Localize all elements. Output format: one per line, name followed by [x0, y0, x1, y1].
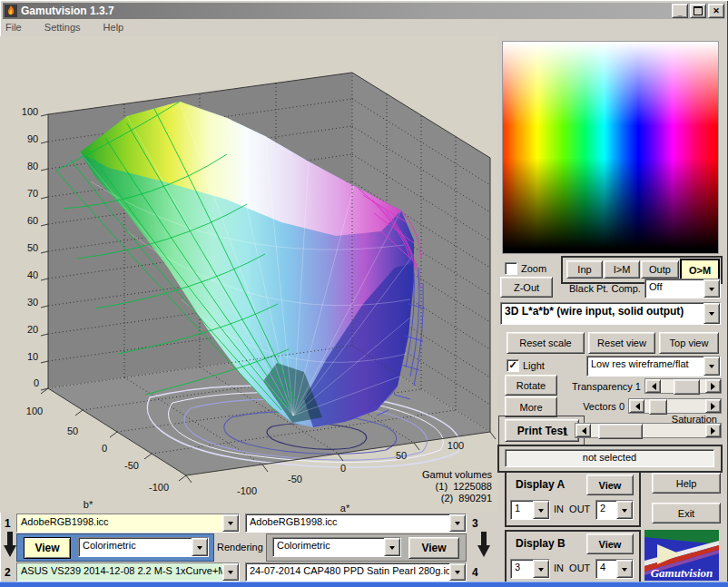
display-a-out-select[interactable]: 2 [595, 500, 634, 520]
black-pt-comp-select[interactable]: Off [644, 279, 721, 298]
vectors-slider[interactable] [628, 398, 722, 414]
slot2-number: 2 [5, 566, 11, 579]
slot4-number: 4 [472, 566, 478, 579]
flow-down-arrow-right-icon [477, 532, 490, 560]
profile-1-select[interactable]: AdobeRGB1998.icc [16, 514, 240, 533]
light-checkbox[interactable]: ✓ [507, 359, 519, 372]
profile-3-select[interactable]: AdobeRGB1998.icc [245, 514, 467, 533]
maximize-button[interactable] [690, 4, 706, 18]
slider-right-arrow-icon[interactable] [705, 399, 721, 413]
saturation-value: 1 [563, 426, 568, 437]
l-tick: 90 [27, 133, 38, 144]
help-button[interactable]: Help [652, 473, 721, 494]
l-tick: 0 [34, 377, 39, 388]
dropdown-arrow-icon [222, 563, 239, 581]
l-tick: 50 [27, 242, 38, 253]
outp-button[interactable]: Outp [641, 260, 679, 279]
display-b-view-button[interactable]: View [586, 533, 634, 554]
rendering-label: Rendering [217, 542, 263, 553]
title-bar[interactable]: Gamutvision 1.3.7 _ ✕ [3, 3, 725, 19]
minimize-button[interactable]: _ [672, 4, 688, 18]
wireframe-mode-select[interactable]: Low res wireframe/flat [586, 356, 721, 377]
top-view-button[interactable]: Top view [659, 332, 719, 354]
l-tick: 30 [27, 297, 38, 308]
l-tick: 10 [27, 351, 38, 362]
l-tick: 80 [27, 161, 38, 171]
slider-left-arrow-icon[interactable] [645, 379, 661, 393]
gamut-volume-2: (2) 890291 [363, 493, 492, 504]
reset-scale-button[interactable]: Reset scale [507, 332, 585, 354]
z-out-button[interactable]: Z-Out [500, 277, 553, 298]
b-tick: 100 [26, 406, 43, 416]
view-display-b-button[interactable]: View [408, 537, 459, 559]
rendering-intent-left-select[interactable]: Colorimetric [78, 537, 209, 557]
l-tick: 20 [27, 324, 38, 335]
slider-left-arrow-icon[interactable] [629, 399, 644, 413]
rendering-intent-right-select[interactable]: Colorimetric [272, 537, 401, 557]
gamutvision-logo: Gamutvision [644, 530, 719, 581]
gamut-volumes-title: Gamut volumes [363, 469, 492, 481]
dropdown-arrow-icon [192, 538, 208, 556]
display-b-in-select[interactable]: 3 [510, 559, 550, 579]
rotate-button[interactable]: Rotate [505, 375, 557, 396]
view-display-a-button[interactable]: View [24, 537, 71, 559]
gamut-volumes: Gamut volumes (1) 1225088 (2) 890291 [363, 469, 492, 504]
color-gradient-panel[interactable] [502, 41, 719, 254]
l-tick: 70 [27, 188, 38, 199]
slider-thumb[interactable] [649, 399, 666, 415]
b-axis-label: b* [84, 499, 93, 510]
exit-button[interactable]: Exit [652, 503, 721, 523]
profile-2-select[interactable]: ASUS VS239 2014-12-08 2.2 M-S 1xCurve+MT… [16, 563, 240, 582]
dropdown-arrow-icon [384, 538, 400, 556]
black-pt-comp-label: Black Pt. Comp. [569, 283, 641, 294]
menu-file[interactable]: File [5, 22, 22, 33]
profile-4-select[interactable]: 24-07-2014 CAP480 PPD Satin Pearl 280g.i… [245, 563, 467, 582]
l-tick: 100 [22, 106, 38, 117]
display-a-in-select[interactable]: 1 [510, 500, 550, 520]
dropdown-arrow-icon [703, 303, 720, 324]
transparency-slider[interactable] [644, 378, 722, 394]
slider-left-arrow-icon[interactable] [576, 424, 591, 437]
display-b-inout-label: IN OUT [554, 563, 590, 573]
display-b-title: Display B [516, 537, 566, 550]
dropdown-arrow-icon [533, 560, 549, 578]
menu-bar: File Settings Help [5, 22, 123, 36]
a-tick: -100 [237, 485, 257, 496]
gamut-volume-1: (1) 1225088 [363, 481, 492, 493]
slider-thumb[interactable] [674, 379, 700, 395]
b-tick: -50 [124, 460, 139, 471]
zoom-checkbox[interactable] [505, 262, 517, 275]
slider-thumb[interactable] [598, 424, 644, 439]
dropdown-arrow-icon [449, 514, 466, 532]
reset-view-button[interactable]: Reset view [588, 332, 655, 354]
more-button[interactable]: More [505, 396, 557, 417]
menu-settings[interactable]: Settings [44, 22, 81, 33]
b-tick: 50 [67, 426, 78, 436]
light-label: Light [523, 360, 545, 371]
close-button[interactable]: ✕ [708, 4, 724, 18]
display-a-inout-label: IN OUT [554, 504, 590, 514]
dropdown-arrow-icon [222, 514, 239, 532]
dropdown-arrow-icon [703, 357, 720, 376]
i-to-m-button[interactable]: I>M [604, 260, 640, 279]
dropdown-arrow-icon [703, 279, 720, 298]
slider-right-arrow-icon[interactable] [705, 379, 721, 393]
gamut-3d-plot[interactable] [0, 36, 497, 513]
view-mode-select[interactable]: 3D L*a*b* (wire input, solid output) [500, 302, 721, 325]
display-b-out-select[interactable]: 4 [595, 559, 634, 579]
dropdown-arrow-icon [616, 501, 633, 519]
menu-help[interactable]: Help [103, 22, 124, 33]
saturation-slider[interactable] [575, 423, 722, 438]
inp-button[interactable]: Inp [566, 260, 603, 279]
slider-right-arrow-icon[interactable] [705, 424, 721, 437]
a-tick: 100 [448, 440, 464, 451]
logo-text: Gamutvision [651, 566, 713, 580]
a-axis-label: a* [340, 503, 349, 514]
bottom-edge-strip [0, 582, 728, 587]
l-tick: 60 [27, 215, 38, 226]
display-a-view-button[interactable]: View [586, 474, 634, 495]
a-tick: -50 [288, 474, 302, 484]
transparency-label: Transparency 1 [556, 381, 641, 392]
slot1-number: 1 [5, 517, 11, 530]
vectors-label: Vectors 0 [554, 401, 625, 412]
